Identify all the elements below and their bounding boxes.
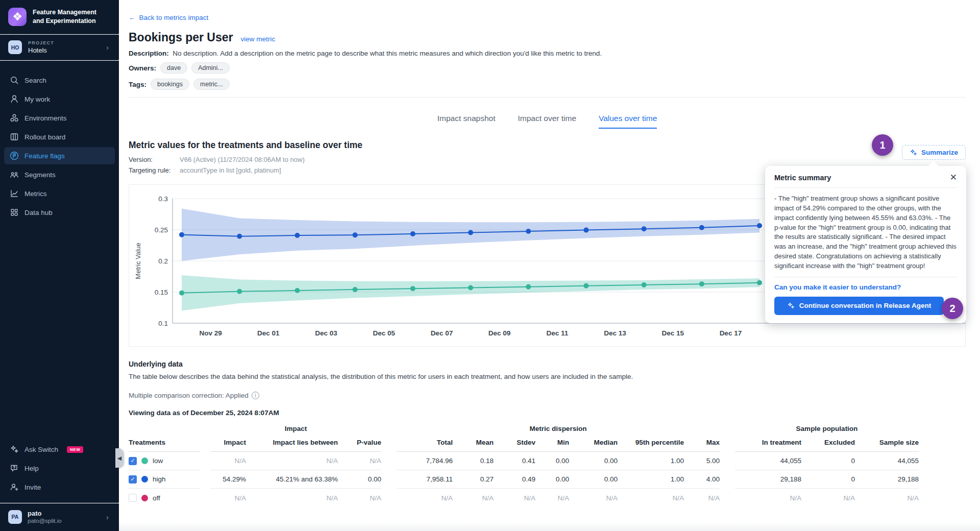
treatment-checkbox[interactable] <box>129 494 137 502</box>
sidebar-item-label: Search <box>24 77 46 84</box>
svg-text:Dec 03: Dec 03 <box>315 329 337 337</box>
panel-divider <box>774 187 957 188</box>
owners-row: Owners: dave Admini... <box>129 62 966 74</box>
svg-text:Dec 13: Dec 13 <box>604 329 626 337</box>
tab-impact-over-time[interactable]: Impact over time <box>518 114 576 129</box>
table-cell: 5.00 <box>684 452 720 470</box>
column-header: Excluded <box>801 437 855 452</box>
table-cell: 0.00 <box>569 470 618 489</box>
table-cell: N/A <box>453 489 494 507</box>
treatment-cell-off: off <box>129 489 200 507</box>
sidebar-item-metrics[interactable]: Metrics <box>4 185 115 202</box>
owner-pill[interactable]: dave <box>160 62 187 74</box>
table-cell: 45.21% and 63.38% <box>246 470 338 489</box>
svg-text:0.3: 0.3 <box>158 195 168 203</box>
column-header: In treatment <box>735 437 801 452</box>
panel-body-text: - The "high" treatment group shows a sig… <box>774 194 957 271</box>
svg-text:0.1: 0.1 <box>158 320 168 327</box>
treatment-checkbox[interactable]: ✓ <box>129 457 137 465</box>
search-icon <box>10 76 19 85</box>
group-header-sample-population: Sample population <box>735 425 919 437</box>
sidebar-item-segments[interactable]: Segments <box>4 166 115 183</box>
table-cell: 0.00 <box>535 452 569 470</box>
tag-pill[interactable]: bookings <box>151 79 189 90</box>
view-metric-link[interactable]: view metric <box>241 35 276 43</box>
user-avatar: PA <box>8 510 22 524</box>
sidebar-item-ask-switch[interactable]: Ask Switch NEW <box>4 441 115 458</box>
table-cell: N/A <box>735 489 801 507</box>
sidebar-item-label: My work <box>24 95 50 103</box>
sparkle-icon <box>787 302 795 309</box>
treatment-checkbox[interactable]: ✓ <box>129 475 137 484</box>
data-hub-icon <box>10 208 19 217</box>
version-row: Version: V66 (Active) (11/27/2024 08:06A… <box>129 156 362 163</box>
sidebar-item-my-work[interactable]: My work <box>4 90 115 108</box>
close-icon[interactable]: ✕ <box>950 173 957 182</box>
underlying-data-table: Impact Metric dispersion Sample populati… <box>129 425 919 507</box>
table-cell: N/A <box>535 489 569 507</box>
metrics-icon <box>10 189 19 198</box>
sidebar-item-environments[interactable]: Environments <box>4 109 115 127</box>
sidebar-nav: Search My work Environments Rollout boar… <box>0 70 119 223</box>
table-cell: N/A <box>801 489 855 507</box>
sidebar-item-rollout-board[interactable]: Rollout board <box>4 128 115 146</box>
svg-text:Nov 29: Nov 29 <box>199 329 222 337</box>
split-logo-icon: ❖ <box>8 8 27 26</box>
column-header: Sample size <box>855 437 919 452</box>
info-icon[interactable]: i <box>252 392 259 399</box>
project-switcher[interactable]: HO PROJECT Hotels › <box>0 35 119 60</box>
segments-icon <box>10 170 19 179</box>
sidebar-item-feature-flags[interactable]: Feature flags <box>4 147 115 164</box>
table-cell: 29,188 <box>855 470 919 489</box>
description-label: Description: <box>129 50 169 57</box>
back-arrow-icon: ← <box>129 14 136 21</box>
svg-text:Dec 07: Dec 07 <box>431 329 453 337</box>
tab-bar: Impact snapshot Impact over time Values … <box>129 114 966 129</box>
table-cell: N/A <box>618 489 684 507</box>
tags-row: Tags: bookings metric... <box>129 79 966 90</box>
svg-text:0.2: 0.2 <box>158 257 168 265</box>
sidebar-item-label: Ask Switch <box>24 446 58 453</box>
back-link[interactable]: ←Back to metrics impact <box>129 14 208 21</box>
table-cell: 54.29% <box>210 470 246 489</box>
annotation-badge-2: 2 <box>942 298 963 319</box>
sidebar-collapse-handle[interactable]: ◀ <box>115 448 124 468</box>
continue-conversation-button[interactable]: Continue conversation in Release Agent <box>774 297 944 315</box>
panel-title: Metric summary <box>774 174 831 182</box>
make-easier-link[interactable]: Can you make it easier to understand? <box>774 283 957 291</box>
svg-text:Dec 17: Dec 17 <box>720 329 742 337</box>
treatment-label: low <box>153 457 163 465</box>
table-cell: 0 <box>801 452 855 470</box>
tab-values-over-time[interactable]: Values over time <box>599 114 657 129</box>
project-name: Hotels <box>28 46 100 54</box>
treatment-color-dot <box>141 457 148 464</box>
table-cell: 44,055 <box>855 452 919 470</box>
sidebar-item-invite[interactable]: Invite <box>4 478 115 496</box>
column-header: Max <box>684 437 720 452</box>
annotation-badge-1: 1 <box>872 134 893 156</box>
table-cell: 0.18 <box>453 452 494 470</box>
tag-pill[interactable]: metric... <box>193 79 229 90</box>
sidebar-item-label: Feature flags <box>24 152 65 160</box>
table-cell: 0.27 <box>453 470 494 489</box>
feature-flags-icon <box>10 151 19 160</box>
owner-pill[interactable]: Admini... <box>191 62 230 74</box>
summarize-button[interactable]: Summarize <box>902 145 966 160</box>
table-cell: N/A <box>338 489 381 507</box>
correction-row: Multiple comparison correction: Applied … <box>129 392 966 399</box>
sidebar-item-search[interactable]: Search <box>4 71 115 89</box>
app-logo[interactable]: ❖ Feature Management and Experimentation <box>0 0 119 34</box>
help-icon <box>10 464 19 473</box>
tab-impact-snapshot[interactable]: Impact snapshot <box>437 114 496 129</box>
sidebar-item-help[interactable]: Help <box>4 460 115 477</box>
header-divider <box>129 97 966 98</box>
sidebar-footer-nav: Ask Switch NEW Help Invite <box>0 439 119 497</box>
sparkle-icon <box>10 445 19 454</box>
column-header: Mean <box>453 437 494 452</box>
app-title: Feature Management and Experimentation <box>33 8 109 26</box>
user-menu[interactable]: PA pato pato@split.io › <box>0 503 119 531</box>
table-cell: 7,784.96 <box>397 452 453 470</box>
column-header: Min <box>535 437 569 452</box>
column-header: 95th percentile <box>618 437 684 452</box>
sidebar-item-data-hub[interactable]: Data hub <box>4 204 115 221</box>
